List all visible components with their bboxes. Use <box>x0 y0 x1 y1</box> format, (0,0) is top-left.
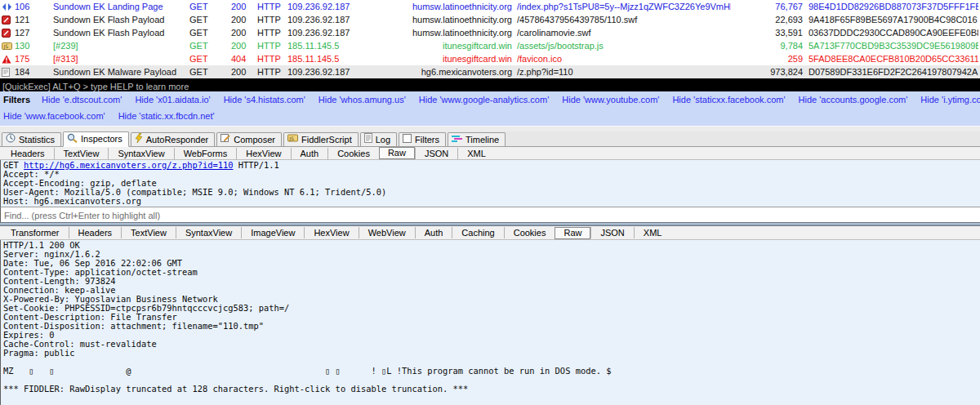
filter-hide-link[interactable]: Hide 'static.xx.fbcdn.net' <box>118 111 215 121</box>
session-protocol: HTTP <box>257 65 287 78</box>
session-comment: [#239] <box>53 39 188 52</box>
request-tab-webforms[interactable]: WebForms <box>174 148 237 159</box>
request-tab-xml[interactable]: XML <box>457 148 495 159</box>
request-tab-cookies[interactable]: Cookies <box>327 148 379 159</box>
session-hash: 9A418F65F89BE5697A17900B4C98C016 <box>808 13 978 26</box>
response-tab-headers[interactable]: Headers <box>69 227 122 238</box>
filters-band: FiltersHide 'e.dtscout.com'Hide 'x01.aid… <box>0 91 980 126</box>
session-result: 200 <box>231 39 256 52</box>
session-comment: Sundown EK Malware Payload <box>53 65 188 78</box>
response-raw-line: Server: nginx/1.6.2 <box>3 250 980 259</box>
response-raw-line: Date: Tue, 06 Sep 2016 22:02:06 GMT <box>3 259 980 268</box>
fiddlerscript-icon: JS <box>287 133 298 146</box>
session-host: itunesgiftcard.win <box>369 39 512 52</box>
request-tab-json[interactable]: JSON <box>415 148 457 159</box>
response-tab-xml[interactable]: XML <box>634 227 671 238</box>
filter-hide-link[interactable]: Hide 'www.facebook.com' <box>3 111 105 121</box>
session-method: GET <box>189 26 224 39</box>
binary-icon <box>2 65 14 78</box>
filter-hide-link[interactable]: Hide 'staticxx.facebook.com' <box>672 95 785 105</box>
tab-label: AutoResponder <box>146 134 208 146</box>
filter-hide-link[interactable]: Hide 'www.google-analytics.com' <box>419 95 550 105</box>
filter-hide-link[interactable]: Hide 's4.histats.com' <box>224 95 305 105</box>
filters-row-2: Hide 'www.facebook.com'Hide 'static.xx.f… <box>0 108 980 124</box>
quickexec-bar[interactable]: [QuickExec] ALT+Q > type HELP to learn m… <box>0 78 980 91</box>
tab-composer[interactable]: Composer <box>216 132 282 146</box>
filter-hide-link[interactable]: Hide 'e.dtscout.com' <box>42 95 122 105</box>
response-tab-caching[interactable]: Caching <box>452 227 503 238</box>
band-gap <box>0 126 980 131</box>
response-tab-syntaxview[interactable]: SyntaxView <box>176 227 241 238</box>
request-header-line: Accept-Encoding: gzip, deflate <box>3 179 980 188</box>
tab-label: Filters <box>415 134 439 146</box>
request-tab-auth[interactable]: Auth <box>291 148 328 159</box>
session-row[interactable]: 184Sundown EK Malware PayloadGET200HTTP1… <box>0 65 980 78</box>
response-tab-webview[interactable]: WebView <box>359 227 415 238</box>
session-result: 200 <box>231 65 256 78</box>
find-input[interactable] <box>1 209 973 223</box>
response-tab-json[interactable]: JSON <box>590 227 633 238</box>
filter-hide-link[interactable]: Hide 'whos.amung.us' <box>318 95 406 105</box>
response-tab-textview[interactable]: TextView <box>121 227 176 238</box>
request-http-version: HTTP/1.1 <box>238 161 279 170</box>
response-raw-pane[interactable]: HTTP/1.1 200 OKServer: nginx/1.6.2Date: … <box>0 240 980 405</box>
request-raw-pane[interactable]: GET http://hg6.mexicanvoters.org/z.php?i… <box>0 160 980 207</box>
filters-label: Filters <box>3 95 30 105</box>
response-tab-auth[interactable]: Auth <box>415 227 452 238</box>
session-row[interactable]: JS130[#239]GET200HTTP185.11.145.5itunesg… <box>0 39 980 52</box>
tab-log[interactable]: Log <box>360 132 397 146</box>
request-tab-textview[interactable]: TextView <box>54 148 109 159</box>
request-method: GET <box>3 161 19 170</box>
session-comment: Sundown EK Flash Payload <box>53 13 188 26</box>
session-ip: 185.11.145.5 <box>287 52 369 65</box>
session-hash: 98E4D1DD82926BD887073F37D5FFF1FB <box>808 0 978 13</box>
tab-statistics[interactable]: Statistics <box>2 132 61 146</box>
response-raw-line: MZ ▯ ▯ @ ▯ ▯ ! ▯L !This program cannot b… <box>3 367 980 376</box>
response-tab-transformer[interactable]: Transformer <box>2 227 69 238</box>
response-tab-hexview[interactable]: HexView <box>304 227 358 238</box>
filter-hide-link[interactable]: Hide 'i.ytimg.com' <box>920 95 980 105</box>
session-body-size: 9,784 <box>731 39 803 52</box>
filters-icon <box>403 134 412 146</box>
tab-label: FiddlerScript <box>301 134 352 146</box>
request-tab-headers[interactable]: Headers <box>2 148 54 159</box>
timeline-icon <box>452 134 462 146</box>
request-tab-syntaxview[interactable]: SyntaxView <box>108 148 173 159</box>
filter-hide-link[interactable]: Hide 'www.youtube.com' <box>562 95 659 105</box>
page-arrows-icon <box>2 0 14 13</box>
tab-timeline[interactable]: Timeline <box>448 132 506 146</box>
session-ip: 109.236.92.187 <box>287 0 369 13</box>
request-url-link[interactable]: http://hg6.mexicanvoters.org/z.php?id=11… <box>24 161 233 170</box>
filter-hide-link[interactable]: Hide 'accounts.google.com' <box>799 95 908 105</box>
filters-row-1: FiltersHide 'e.dtscout.com'Hide 'x01.aid… <box>0 91 980 108</box>
session-url: /index.php?s1TsPU8=5y--Mjzz1qZWFC3Z26Ye9… <box>517 0 731 13</box>
find-bar <box>0 207 980 222</box>
session-body-size: 76,767 <box>731 0 803 13</box>
request-tab-hexview[interactable]: HexView <box>236 148 290 159</box>
session-list[interactable]: 106Sundown EK Landing PageGET200HTTP109.… <box>0 0 980 78</box>
response-raw-line: Connection: keep-alive <box>3 286 980 295</box>
session-host: itunesgiftcard.win <box>369 52 512 65</box>
session-row[interactable]: 127Sundown EK Flash PayloadGET200HTTP109… <box>0 26 980 39</box>
session-row[interactable]: 121Sundown EK Flash PayloadGET200HTTP109… <box>0 13 980 26</box>
tab-inspectors[interactable]: Inspectors <box>63 131 129 147</box>
session-host: humsw.latinoethnicity.org <box>369 0 512 13</box>
response-tab-cookies[interactable]: Cookies <box>504 227 555 238</box>
session-row[interactable]: 175[#313]GET404HTTP185.11.145.5itunesgif… <box>0 52 980 65</box>
session-row[interactable]: 106Sundown EK Landing PageGET200HTTP109.… <box>0 0 980 13</box>
filter-hide-link[interactable]: Hide 'x01.aidata.io' <box>135 95 210 105</box>
tab-autoresponder[interactable]: AutoResponder <box>131 132 215 146</box>
request-line: GET http://hg6.mexicanvoters.org/z.php?i… <box>3 161 980 170</box>
session-url: /favicon.ico <box>517 52 731 65</box>
response-raw-line: Cache-Control: must-revalidate <box>3 340 980 349</box>
response-tab-imageview[interactable]: ImageView <box>241 227 304 238</box>
log-icon <box>364 133 372 146</box>
session-hash: D07589DF331E6FD2F2C264197807942A <box>808 65 978 78</box>
response-tab-raw[interactable]: Raw <box>555 227 590 239</box>
session-protocol: HTTP <box>257 0 287 13</box>
session-id: 130 <box>15 39 51 52</box>
tab-fiddlerscript[interactable]: JSFiddlerScript <box>283 132 359 146</box>
session-result: 200 <box>231 13 256 26</box>
tab-filters[interactable]: Filters <box>399 132 446 146</box>
request-tab-raw[interactable]: Raw <box>379 147 415 159</box>
